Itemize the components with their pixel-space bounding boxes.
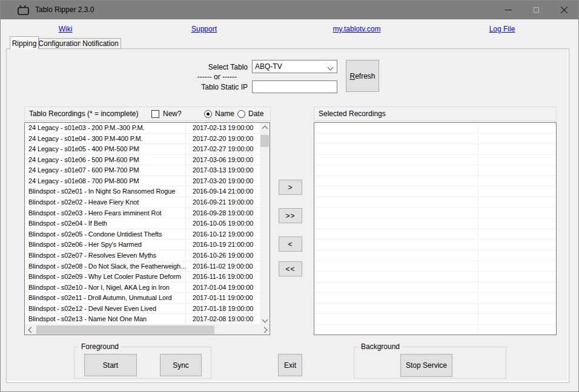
recording-row[interactable]: Blindspot - s02e11 - Droll Autumn, Unmut…	[25, 293, 260, 304]
recording-title: Blindspot - s02e05 - Condone Untidiest T…	[25, 229, 186, 240]
minimize-button[interactable]	[494, 1, 522, 19]
tablo-select-value: ABQ-TV	[255, 62, 282, 71]
recording-title: Blindspot - s02e01 - In Night So Ransome…	[25, 186, 186, 197]
recording-row[interactable]: 24 Legacy - s01e08 - 700 PM-800 PM2017-0…	[25, 176, 260, 187]
add-all-button[interactable]: >>	[279, 208, 302, 223]
recording-title: Blindspot - s02e03 - Hero Fears imminent…	[25, 208, 186, 218]
selected-header-bar: Selected Recordings	[314, 106, 557, 121]
recording-title: 24 Legacy - s01e03 - 200 P.M.-300 P.M.	[25, 123, 186, 133]
recording-title: 24 Legacy - s01e06 - 500 PM-600 PM	[25, 155, 186, 165]
scroll-right-icon[interactable]	[260, 325, 270, 335]
close-button[interactable]	[550, 1, 578, 19]
scroll-left-icon[interactable]	[25, 325, 35, 335]
recording-title: 24 Legacy - s01e04 - 300 P.M-400 P.M.	[25, 134, 186, 144]
empty-row	[314, 261, 556, 272]
wiki-link[interactable]: Wiki	[59, 25, 73, 33]
recording-row[interactable]: Blindspot - s02e03 - Hero Fears imminent…	[25, 208, 260, 219]
chevron-down-icon	[328, 65, 334, 71]
recordings-header-bar: Tablo Recordings (* = incomplete) New? N…	[24, 106, 271, 121]
recording-row[interactable]: Blindspot - s02e10 - Nor I, Nigel, AKA L…	[25, 283, 260, 293]
recording-row[interactable]: Blindspot - s02e13 - Name Not One Man201…	[25, 314, 260, 325]
titlebar[interactable]: Tablo Ripper 2.3.0	[1, 1, 578, 19]
recording-date: 2016-10-19 21:00:00	[186, 240, 260, 250]
recording-row[interactable]: Blindspot - s02e08 - Do Not Slack, the F…	[25, 261, 260, 272]
recording-date: 2017-03-20 19:00:00	[186, 176, 260, 186]
recording-row[interactable]: 24 Legacy - s01e06 - 500 PM-600 PM2017-0…	[25, 155, 260, 166]
recording-row[interactable]: Blindspot - s02e07 - Resolves Eleven Myt…	[25, 250, 260, 261]
tablo-select-dropdown[interactable]: ABQ-TV	[252, 60, 337, 73]
sort-name-label[interactable]: Name	[215, 109, 234, 118]
recording-title: Blindspot - s02e10 - Nor I, Nigel, AKA L…	[25, 283, 186, 293]
recording-title: Blindspot - s02e13 - Name Not One Man	[25, 314, 186, 324]
empty-row	[314, 325, 556, 335]
sort-date-label[interactable]: Date	[248, 109, 263, 118]
recording-row[interactable]: 24 Legacy - s01e07 - 600 PM-700 PM2017-0…	[25, 165, 260, 176]
recording-row[interactable]: 24 Legacy - s01e03 - 200 P.M.-300 P.M.20…	[25, 123, 260, 134]
recordings-listview[interactable]: 24 Legacy - s01e03 - 200 P.M.-300 P.M.20…	[24, 122, 270, 335]
recording-title: Blindspot - s02e09 - Why Let Cooler Past…	[25, 272, 186, 282]
recording-row[interactable]: Blindspot - s02e01 - In Night So Ransome…	[25, 186, 260, 197]
logfile-link[interactable]: Log File	[489, 25, 515, 33]
sort-date-radio[interactable]	[237, 110, 245, 118]
recording-date: 2016-11-16 19:00:00	[186, 272, 260, 282]
empty-row	[314, 272, 556, 283]
remove-all-button[interactable]: <<	[279, 261, 302, 276]
tablotv-link[interactable]: my.tablotv.com	[333, 25, 381, 33]
recordings-header-label: Tablo Recordings (* = incomplete)	[29, 109, 138, 118]
recording-date: 2016-09-28 19:00:00	[186, 208, 260, 218]
empty-row	[314, 197, 556, 208]
static-ip-input[interactable]	[252, 80, 337, 93]
exit-button[interactable]: Exit	[278, 354, 302, 376]
recording-row[interactable]: 24 Legacy - s01e04 - 300 P.M-400 P.M.201…	[25, 134, 260, 145]
app-window: Tablo Ripper 2.3.0 Wiki Support my.tablo…	[0, 0, 579, 392]
recording-date: 2017-01-11 19:00:00	[186, 293, 260, 303]
refresh-label: Refresh	[349, 72, 375, 80]
recording-row[interactable]: 24 Legacy - s01e05 - 400 PM-500 PM2017-0…	[25, 144, 260, 155]
tab-notification[interactable]: Notification	[81, 38, 121, 49]
refresh-button[interactable]: Refresh	[346, 60, 379, 92]
selected-header-label: Selected Recordings	[319, 109, 386, 118]
recording-date: 2017-02-27 19:00:00	[186, 144, 260, 154]
support-link[interactable]: Support	[191, 25, 217, 33]
recording-title: 24 Legacy - s01e05 - 400 PM-500 PM	[25, 144, 186, 154]
empty-row	[314, 208, 556, 219]
recording-row[interactable]: Blindspot - s02e06 - Her Spy's Harmed201…	[25, 240, 260, 250]
tab-ripping[interactable]: Ripping	[10, 36, 39, 50]
tab-configuration[interactable]: Configuration	[39, 38, 81, 49]
column-divider	[478, 123, 478, 335]
recording-row[interactable]: Blindspot - s02e04 - If Beth2016-10-05 1…	[25, 218, 260, 229]
empty-row	[314, 250, 556, 261]
recording-title: Blindspot - s02e02 - Heave Fiery Knot	[25, 197, 186, 207]
vertical-scrollbar-thumb[interactable]	[260, 135, 269, 147]
sync-button[interactable]: Sync	[160, 354, 202, 376]
remove-selected-button[interactable]: <	[279, 237, 302, 252]
recording-title: Blindspot - s02e12 - Devil Never Even Li…	[25, 304, 186, 314]
recording-row[interactable]: Blindspot - s02e12 - Devil Never Even Li…	[25, 304, 260, 315]
recording-date: 2016-11-02 19:00:00	[186, 261, 260, 272]
new-checkbox-label[interactable]: New?	[163, 109, 182, 118]
vertical-scrollbar[interactable]	[260, 123, 270, 325]
empty-row	[314, 240, 556, 250]
recording-title: Blindspot - s02e06 - Her Spy's Harmed	[25, 240, 186, 250]
or-label: ------ or ------	[170, 73, 248, 81]
recording-row[interactable]: Blindspot - s02e05 - Condone Untidiest T…	[25, 229, 260, 240]
recording-date: 2017-01-18 19:00:00	[186, 304, 260, 314]
horizontal-scrollbar-thumb[interactable]	[36, 325, 214, 334]
stop-service-button[interactable]: Stop Service	[400, 354, 452, 377]
sort-name-radio[interactable]	[204, 110, 212, 118]
horizontal-scrollbar[interactable]	[25, 325, 270, 335]
recording-row[interactable]: Blindspot - s02e09 - Why Let Cooler Past…	[25, 272, 260, 283]
scroll-down-icon[interactable]	[260, 316, 270, 325]
background-group-label: Background	[359, 342, 402, 351]
empty-row	[314, 186, 556, 197]
new-checkbox[interactable]	[151, 110, 159, 118]
recording-title: 24 Legacy - s01e07 - 600 PM-700 PM	[25, 165, 186, 175]
empty-row	[314, 176, 556, 187]
recording-row[interactable]: Blindspot - s02e02 - Heave Fiery Knot201…	[25, 197, 260, 208]
add-selected-button[interactable]: >	[279, 180, 302, 195]
recording-title: 24 Legacy - s01e08 - 700 PM-800 PM	[25, 176, 186, 186]
empty-row	[314, 293, 556, 304]
start-button[interactable]: Start	[84, 354, 137, 376]
scroll-up-icon[interactable]	[260, 123, 270, 132]
selected-listview[interactable]	[314, 122, 557, 335]
